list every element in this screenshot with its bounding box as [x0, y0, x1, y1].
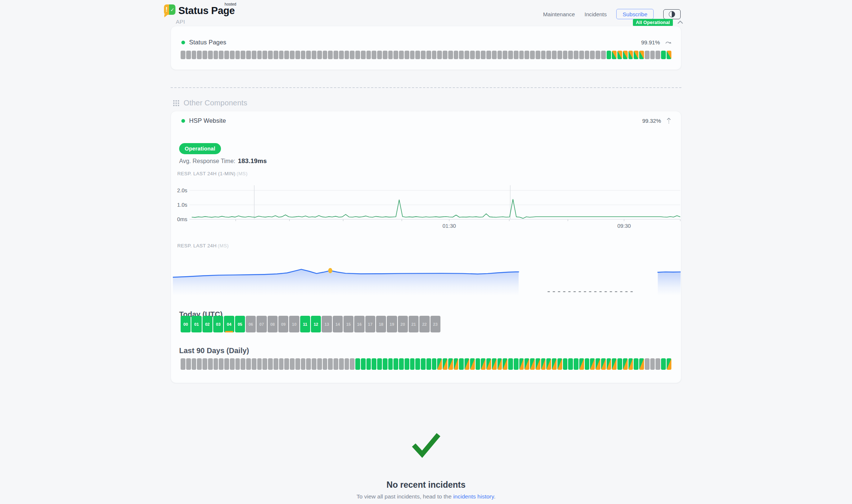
uptime-day-bar[interactable] — [426, 51, 431, 59]
uptime-day-bar[interactable] — [295, 358, 300, 370]
trend-up-icon[interactable] — [666, 118, 671, 124]
hour-block-09[interactable]: 09 — [278, 316, 288, 332]
uptime-day-bar[interactable] — [432, 358, 437, 370]
hour-block-17[interactable]: 17 — [365, 316, 375, 332]
uptime-day-bar[interactable] — [306, 51, 311, 59]
uptime-day-bar[interactable] — [568, 358, 573, 370]
uptime-day-bar[interactable] — [563, 51, 568, 59]
uptime-day-bar[interactable] — [366, 51, 371, 59]
uptime-day-bar[interactable] — [192, 358, 197, 370]
uptime-day-bar[interactable] — [388, 51, 393, 59]
uptime-day-bar[interactable] — [241, 51, 245, 59]
uptime-day-bar[interactable] — [645, 358, 650, 370]
uptime-day-bar[interactable] — [476, 358, 480, 370]
uptime-day-bar[interactable] — [235, 51, 240, 59]
nav-link-maintenance[interactable]: Maintenance — [543, 11, 575, 17]
response-time-line-chart[interactable]: 2.0s1.0s0ms01:3009:30 — [176, 183, 681, 231]
hour-block-20[interactable]: 20 — [398, 316, 408, 332]
uptime-day-bar[interactable] — [426, 358, 431, 370]
uptime-day-bar[interactable] — [262, 51, 267, 59]
uptime-day-bar[interactable] — [650, 51, 655, 59]
uptime-day-bar[interactable] — [333, 358, 338, 370]
uptime-day-bar[interactable] — [235, 358, 240, 370]
uptime-day-bar[interactable] — [667, 358, 671, 370]
uptime-day-bar[interactable] — [655, 51, 660, 59]
uptime-day-bar[interactable] — [639, 358, 644, 370]
uptime-day-bar[interactable] — [208, 358, 213, 370]
uptime-day-bar[interactable] — [257, 51, 262, 59]
uptime-day-bar[interactable] — [312, 51, 316, 59]
uptime-day-bar[interactable] — [399, 358, 404, 370]
uptime-day-bar[interactable] — [219, 51, 224, 59]
uptime-day-bar[interactable] — [252, 358, 256, 370]
uptime-day-bar[interactable] — [623, 358, 628, 370]
uptime-day-bar[interactable] — [415, 51, 420, 59]
uptime-day-bar[interactable] — [667, 51, 671, 59]
uptime-day-bar[interactable] — [448, 358, 453, 370]
uptime-day-bar[interactable] — [464, 51, 469, 59]
uptime-day-bar[interactable] — [295, 51, 300, 59]
hour-block-14[interactable]: 14 — [333, 316, 343, 332]
uptime-day-bar[interactable] — [645, 51, 650, 59]
uptime-day-bar[interactable] — [214, 51, 218, 59]
uptime-day-bar[interactable] — [508, 51, 513, 59]
uptime-day-bar[interactable] — [552, 51, 557, 59]
uptime-day-bar[interactable] — [530, 358, 535, 370]
uptime-day-bar[interactable] — [257, 358, 262, 370]
uptime-day-bar[interactable] — [262, 358, 267, 370]
uptime-day-bar[interactable] — [546, 51, 551, 59]
uptime-day-bar[interactable] — [617, 358, 622, 370]
uptime-day-bar[interactable] — [492, 358, 497, 370]
uptime-day-bar[interactable] — [224, 358, 229, 370]
uptime-day-bar[interactable] — [230, 358, 235, 370]
uptime-day-bar[interactable] — [590, 51, 595, 59]
uptime-day-bar[interactable] — [186, 51, 191, 59]
hour-block-03[interactable]: 03 — [213, 316, 223, 332]
uptime-day-bar[interactable] — [448, 51, 453, 59]
uptime-day-bar[interactable] — [186, 358, 191, 370]
uptime-day-bar[interactable] — [568, 51, 573, 59]
hour-block-12[interactable]: 12 — [311, 316, 321, 332]
uptime-day-bar[interactable] — [317, 51, 322, 59]
uptime-day-bar[interactable] — [464, 358, 469, 370]
brand-logo[interactable]: ! ✓ hosted Status Page — [164, 2, 235, 17]
uptime-day-bar[interactable] — [301, 51, 306, 59]
uptime-day-bar[interactable] — [557, 51, 562, 59]
uptime-day-bar[interactable] — [524, 51, 529, 59]
uptime-day-bar[interactable] — [350, 358, 355, 370]
uptime-day-bar[interactable] — [546, 358, 551, 370]
nav-link-incidents[interactable]: Incidents — [584, 11, 607, 17]
uptime-day-bar[interactable] — [333, 51, 338, 59]
uptime-day-bar[interactable] — [497, 51, 502, 59]
uptime-day-bar[interactable] — [470, 358, 475, 370]
uptime-day-bar[interactable] — [224, 51, 229, 59]
uptime-day-bar[interactable] — [612, 51, 617, 59]
uptime-day-bar[interactable] — [470, 51, 475, 59]
uptime-day-bar[interactable] — [388, 358, 393, 370]
uptime-day-bar[interactable] — [492, 51, 497, 59]
uptime-day-bar[interactable] — [383, 358, 388, 370]
uptime-day-bar[interactable] — [317, 358, 322, 370]
uptime-day-bar[interactable] — [246, 358, 251, 370]
uptime-day-bar[interactable] — [432, 51, 437, 59]
uptime-day-bar[interactable] — [339, 358, 344, 370]
uptime-day-bar[interactable] — [503, 51, 507, 59]
uptime-day-bar[interactable] — [202, 51, 207, 59]
hour-block-00[interactable]: 00 — [181, 316, 191, 332]
uptime-day-bar[interactable] — [410, 51, 415, 59]
uptime-day-bar[interactable] — [230, 51, 235, 59]
uptime-day-bar[interactable] — [274, 51, 278, 59]
uptime-day-bar[interactable] — [437, 51, 442, 59]
uptime-day-bar[interactable] — [454, 358, 459, 370]
refresh-icon[interactable] — [665, 40, 671, 45]
uptime-day-bar[interactable] — [563, 358, 568, 370]
uptime-day-bar[interactable] — [328, 358, 333, 370]
uptime-day-bar[interactable] — [557, 358, 562, 370]
hour-block-11[interactable]: 11 — [300, 316, 310, 332]
uptime-day-bar[interactable] — [476, 51, 480, 59]
uptime-day-bar[interactable] — [530, 51, 535, 59]
hour-block-02[interactable]: 02 — [202, 316, 212, 332]
uptime-day-bar[interactable] — [541, 358, 546, 370]
uptime-day-bar[interactable] — [443, 51, 447, 59]
uptime-day-bar[interactable] — [519, 51, 524, 59]
